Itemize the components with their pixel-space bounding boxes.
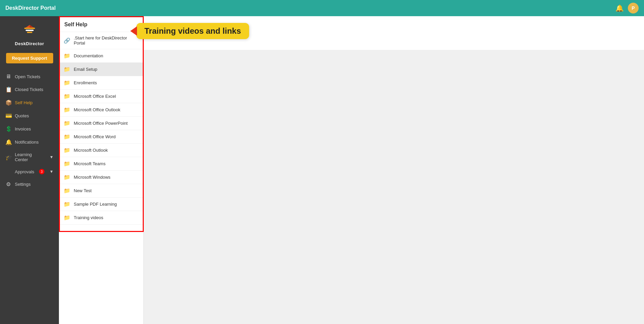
- sidebar-item-invoices[interactable]: 💲 Invoices: [0, 122, 59, 136]
- selfhelp-item-label: Microsoft Windows: [74, 175, 110, 180]
- sidebar-item-label: Closed Tickets: [15, 87, 43, 92]
- selfhelp-item-label: Microsoft Teams: [74, 161, 105, 166]
- content-area: Self Help 🔗 .Start here for DeskDirector…: [59, 16, 644, 324]
- sidebar-item-label: Self Help: [15, 100, 33, 105]
- sidebar-item-label: Settings: [15, 182, 31, 187]
- folder-icon: 📁: [64, 80, 70, 86]
- folder-icon: 📁: [64, 201, 70, 207]
- learning-center-expand-icon: ▼: [49, 155, 54, 159]
- folder-icon: 📁: [64, 53, 70, 59]
- folder-icon: 📁: [64, 147, 70, 153]
- folder-icon: 📁: [64, 187, 70, 194]
- link-icon: 🔗: [64, 37, 70, 44]
- selfhelp-item-ms-word[interactable]: 📁 Microsoft Office Word: [59, 130, 143, 144]
- selfhelp-item-email-setup[interactable]: 📁 Email Setup: [59, 63, 143, 76]
- folder-icon: 📁: [64, 134, 70, 140]
- nav-items: 🖥 Open Tickets 📋 Closed Tickets 📦 Self H…: [0, 70, 59, 191]
- sidebar-item-open-tickets[interactable]: 🖥 Open Tickets: [0, 70, 59, 83]
- selfhelp-item-ms-excel[interactable]: 📁 Microsoft Office Excel: [59, 90, 143, 103]
- selfhelp-item-enrollments[interactable]: 📁 Enrollments: [59, 76, 143, 90]
- sidebar-item-label: Open Tickets: [15, 74, 40, 79]
- main-area: DeskDirector Request Support 🖥 Open Tick…: [0, 16, 644, 324]
- selfhelp-panel: Self Help 🔗 .Start here for DeskDirector…: [59, 16, 144, 324]
- tooltip-text: Training videos and links: [144, 26, 241, 35]
- selfhelp-item-label: New Test: [74, 188, 92, 193]
- sidebar-item-notifications[interactable]: 🔔 Notifications: [0, 136, 59, 149]
- sidebar-item-self-help[interactable]: 📦 Self Help: [0, 96, 59, 109]
- selfhelp-item-label: .Start here for DeskDirector Portal: [74, 35, 139, 46]
- sidebar-item-closed-tickets[interactable]: 📋 Closed Tickets: [0, 83, 59, 96]
- selfhelp-item-label: Email Setup: [74, 67, 97, 72]
- quotes-icon: 💳: [5, 113, 11, 119]
- notifications-icon: 🔔: [5, 139, 11, 145]
- selfhelp-item-new-test[interactable]: 📁 New Test: [59, 184, 143, 198]
- sidebar-item-quotes[interactable]: 💳 Quotes: [0, 109, 59, 122]
- selfhelp-item-label: Documentation: [74, 53, 103, 58]
- selfhelp-item-label: Sample PDF Learning: [74, 202, 117, 207]
- selfhelp-item-ms-windows[interactable]: 📁 Microsoft Windows: [59, 171, 143, 184]
- selfhelp-item-training-videos[interactable]: 📁 Training videos: [59, 211, 143, 225]
- selfhelp-item-ms-outlook2[interactable]: 📁 Microsoft Outlook: [59, 144, 143, 157]
- selfhelp-item-ms-powerpoint[interactable]: 📁 Microsoft Office PowerPoint: [59, 117, 143, 130]
- selfhelp-item-label: Enrollments: [74, 80, 97, 85]
- selfhelp-item-label: Microsoft Office Excel: [74, 94, 116, 99]
- selfhelp-item-label: Microsoft Office Outlook: [74, 107, 120, 112]
- folder-icon: 📁: [64, 66, 70, 72]
- topbar-title: DeskDirector Portal: [5, 5, 56, 11]
- selfhelp-item-label: Microsoft Office PowerPoint: [74, 121, 128, 126]
- folder-icon: 📁: [64, 120, 70, 126]
- svg-rect-0: [24, 28, 35, 29]
- deskdirector-logo-icon: [22, 23, 38, 39]
- svg-rect-2: [27, 32, 32, 33]
- sidebar: DeskDirector Request Support 🖥 Open Tick…: [0, 16, 59, 324]
- sidebar-item-label: Learning Center: [15, 152, 46, 162]
- sidebar-item-settings[interactable]: ⚙ Settings: [0, 178, 59, 191]
- selfhelp-item-label: Microsoft Outlook: [74, 148, 108, 153]
- right-content-bottom: [144, 50, 644, 324]
- svg-marker-4: [30, 25, 34, 28]
- selfhelp-item-label: Microsoft Office Word: [74, 134, 116, 139]
- folder-icon: 📁: [64, 93, 70, 99]
- folder-icon: 📁: [64, 214, 70, 221]
- tooltip-bubble: Training videos and links: [136, 23, 249, 39]
- topbar-icons: 🔔 P: [615, 3, 639, 13]
- settings-icon: ⚙: [5, 181, 11, 187]
- logo-text: DeskDirector: [15, 41, 44, 46]
- notifications-bell-icon[interactable]: 🔔: [615, 4, 624, 12]
- selfhelp-item-ms-outlook[interactable]: 📁 Microsoft Office Outlook: [59, 103, 143, 117]
- svg-rect-1: [26, 30, 34, 31]
- sidebar-item-label: Notifications: [15, 140, 39, 145]
- topbar: DeskDirector Portal 🔔 P: [0, 0, 644, 16]
- selfhelp-item-ms-teams[interactable]: 📁 Microsoft Teams: [59, 157, 143, 171]
- approvals-badge: 3: [39, 169, 44, 174]
- folder-icon: 📁: [64, 174, 70, 180]
- folder-icon: 📁: [64, 160, 70, 167]
- folder-icon: 📁: [64, 107, 70, 113]
- request-support-button[interactable]: Request Support: [6, 53, 53, 63]
- invoices-icon: 💲: [5, 126, 11, 132]
- approvals-expand-icon: ▼: [49, 169, 54, 174]
- sidebar-item-learning-center[interactable]: 🎓 Learning Center ▼: [0, 149, 59, 166]
- learning-center-icon: 🎓: [5, 154, 11, 160]
- sidebar-item-label: Quotes: [15, 113, 29, 118]
- sidebar-item-approvals[interactable]: Approvals 3 ▼: [0, 166, 59, 178]
- closed-tickets-icon: 📋: [5, 86, 11, 93]
- selfhelp-items: 🔗 .Start here for DeskDirector Portal 📁 …: [59, 32, 143, 225]
- sidebar-item-label: Approvals: [15, 169, 34, 174]
- selfhelp-item-documentation[interactable]: 📁 Documentation: [59, 49, 143, 63]
- selfhelp-item-label: Training videos: [74, 215, 103, 220]
- open-tickets-icon: 🖥: [5, 73, 11, 80]
- sidebar-item-label: Invoices: [15, 126, 31, 131]
- user-avatar[interactable]: P: [628, 3, 639, 13]
- self-help-icon: 📦: [5, 99, 11, 106]
- logo-area: DeskDirector: [15, 23, 44, 46]
- right-content: [144, 16, 644, 324]
- selfhelp-item-sample-pdf[interactable]: 📁 Sample PDF Learning: [59, 198, 143, 211]
